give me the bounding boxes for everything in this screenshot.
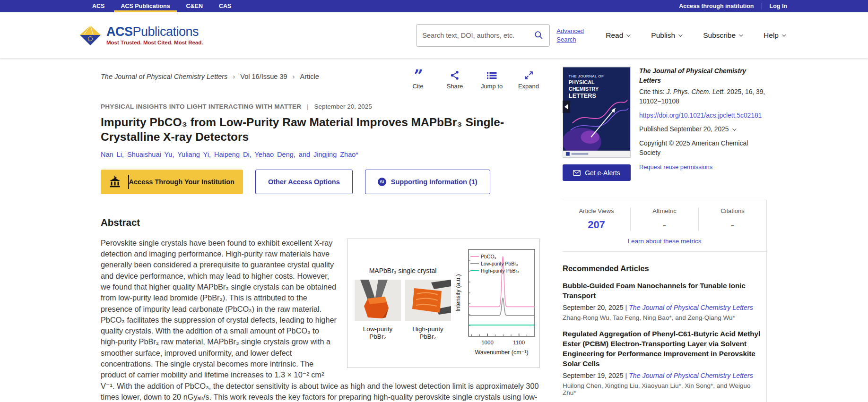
breadcrumb-separator: ›	[293, 72, 295, 80]
tab-acs[interactable]: ACS	[84, 0, 113, 12]
sidebar-lower: Article Views 207 Altmetric - Citations …	[563, 200, 767, 402]
logo-publications-text: Publications	[133, 25, 199, 39]
chevron-down-icon	[626, 33, 630, 36]
logo-tagline: Most Trusted. Most Cited. Most Read.	[106, 40, 203, 45]
jump-to-label: Jump to	[480, 83, 503, 90]
supporting-information-button[interactable]: SI Supporting Information (1)	[365, 170, 490, 194]
cite-label: Cite	[407, 83, 429, 90]
search-input[interactable]	[422, 32, 530, 39]
top-bar: ACS ACS Publications C&EN CAS Access thr…	[0, 0, 868, 12]
logo-acs-text: ACS	[106, 25, 133, 39]
access-institution-button[interactable]: Access Through Your Institution	[101, 170, 243, 194]
sidebar: THE JOURNAL OF PHYSICAL CHEMISTRY LETTER…	[563, 58, 767, 402]
nav-read[interactable]: Read	[606, 31, 629, 40]
article-views-label: Article Views	[563, 207, 630, 214]
recommended-article-journal-link[interactable]: The Journal of Physical Chemistry Letter…	[629, 304, 753, 311]
topbar-divider	[762, 3, 762, 9]
search-box	[416, 24, 550, 47]
jump-to-button[interactable]: Jump to	[480, 69, 503, 90]
article-views-value: 207	[563, 219, 630, 231]
chevron-left-icon	[564, 104, 568, 110]
recommended-article-date: September 20, 2025	[563, 304, 624, 311]
recommended-article-authors: Huilong Chen, Xingting Liu, Xiaoyuan Liu…	[563, 382, 762, 396]
tab-acs-publications[interactable]: ACS Publications	[113, 0, 178, 12]
recommended-articles-heading: Recommended Articles	[563, 264, 766, 273]
site-header: ACSPublications Most Trusted. Most Cited…	[0, 12, 868, 58]
metrics-panel: Article Views 207 Altmetric - Citations …	[563, 200, 766, 252]
expand-icon	[524, 70, 534, 80]
login-link[interactable]: Log In	[770, 3, 788, 9]
copyright-text: Copyright © 2025 American Chemical Socie…	[639, 139, 767, 158]
category-row: PHYSICAL INSIGHTS INTO LIGHT INTERACTING…	[101, 103, 540, 110]
abstract-section: Abstract MAPbBr₃ single crystal	[101, 217, 540, 402]
supporting-information-label: Supporting Information (1)	[391, 178, 477, 186]
expand-button[interactable]: Expand	[517, 69, 540, 90]
recommended-article-authors: Zhang-Rong Wu, Tao Feng, Ning Bao*, and …	[563, 314, 762, 321]
acs-publications-logo[interactable]: ACSPublications Most Trusted. Most Cited…	[79, 25, 203, 46]
main-nav: Read Publish Subscribe Help	[606, 31, 785, 40]
cite-this-prefix: Cite this:	[639, 88, 665, 95]
page-content: The Journal of Physical Chemistry Letter…	[0, 58, 868, 402]
nav-subscribe[interactable]: Subscribe	[703, 31, 742, 40]
cover-line-1: THE JOURNAL OF	[569, 74, 604, 78]
chevron-down-icon	[739, 33, 743, 36]
get-e-alerts-label: Get e-Alerts	[585, 169, 620, 177]
nav-publish-label: Publish	[651, 31, 675, 40]
nav-subscribe-label: Subscribe	[703, 31, 736, 40]
institution-building-icon	[109, 176, 121, 188]
high-purity-label: High-purity PbBr₂	[405, 325, 451, 341]
journal-cover-image[interactable]: THE JOURNAL OF PHYSICAL CHEMISTRY LETTER…	[563, 67, 631, 158]
envelope-icon	[573, 170, 581, 176]
learn-about-metrics-link[interactable]: Learn about these metrics	[563, 238, 766, 245]
recommended-article-journal-link[interactable]: The Journal of Physical Chemistry Letter…	[629, 372, 753, 379]
article-category[interactable]: PHYSICAL INSIGHTS INTO LIGHT INTERACTING…	[101, 103, 301, 110]
doi-link[interactable]: https://doi.org/10.1021/acs.jpclett.5c02…	[639, 111, 767, 120]
svg-text:High-purity PbBr₂: High-purity PbBr₂	[481, 267, 519, 273]
access-through-institution-link[interactable]: Access through institution	[679, 3, 754, 9]
tab-cen[interactable]: C&EN	[178, 0, 211, 12]
brand-tabs: ACS ACS Publications C&EN CAS	[84, 0, 239, 12]
published-line[interactable]: Published September 20, 2025	[639, 125, 767, 134]
search-icon[interactable]	[534, 30, 544, 40]
citation-line: Cite this: J. Phys. Chem. Lett. 2025, 16…	[639, 87, 767, 106]
citation-journal-title[interactable]: The Journal of Physical Chemistry Letter…	[639, 67, 767, 86]
svg-text:PbCO₃: PbCO₃	[481, 253, 496, 259]
low-purity-label: Low-purity PbBr₂	[355, 325, 401, 341]
jump-to-list-icon	[486, 71, 497, 80]
breadcrumb-journal-link[interactable]: The Journal of Physical Chemistry Letter…	[101, 73, 227, 80]
high-purity-crystal-photo	[405, 280, 451, 321]
citation-block: The Journal of Physical Chemistry Letter…	[639, 67, 767, 181]
metric-article-views: Article Views 207	[563, 207, 630, 231]
low-purity-crystal-photo	[355, 280, 401, 321]
svg-text:1100: 1100	[513, 340, 525, 345]
tab-cas[interactable]: CAS	[211, 0, 239, 12]
metric-citations: Citations -	[698, 207, 766, 231]
share-label: Share	[443, 83, 466, 90]
recommended-article-title[interactable]: Regulated Aggregation of Phenyl-C61-Buty…	[563, 329, 762, 369]
si-badge-icon: SI	[378, 178, 386, 186]
chart-xlabel: Wavenumber (cm⁻¹)	[475, 349, 528, 356]
recommended-article-title[interactable]: Bubble-Guided Foam Nanochannels for Tuna…	[563, 281, 762, 301]
breadcrumb-issue-link[interactable]: Vol 16/Issue 39	[240, 73, 287, 80]
nav-publish[interactable]: Publish	[651, 31, 681, 40]
advanced-search-link[interactable]: Advanced Search	[556, 27, 590, 43]
request-reuse-permissions-link[interactable]: Request reuse permissions	[639, 163, 712, 172]
nav-help[interactable]: Help	[764, 31, 785, 40]
abstract-graphic-figure[interactable]: MAPbBr₃ single crystal	[347, 239, 540, 368]
main-column: The Journal of Physical Chemistry Letter…	[101, 58, 540, 402]
logo-text: ACSPublications	[106, 26, 203, 38]
author-list[interactable]: Nan Li, Shuaishuai Yu, Yuliang Yi, Haipe…	[101, 151, 540, 158]
breadcrumb: The Journal of Physical Chemistry Letter…	[101, 69, 319, 80]
category-separator: |	[307, 103, 309, 110]
cover-prev-button[interactable]	[563, 101, 570, 113]
get-e-alerts-button[interactable]: Get e-Alerts	[563, 164, 631, 181]
recommended-article: Regulated Aggregation of Phenyl-C61-Buty…	[563, 329, 766, 396]
cite-button[interactable]: ” Cite	[407, 69, 429, 90]
breadcrumb-article: Article	[300, 73, 319, 80]
altmetric-label: Altmetric	[631, 207, 698, 214]
share-button[interactable]: Share	[443, 69, 466, 90]
other-access-options-button[interactable]: Other Access Options	[255, 170, 353, 194]
access-buttons-row: Access Through Your Institution Other Ac…	[101, 170, 540, 194]
recommended-article-date: September 19, 2025	[563, 372, 624, 379]
meta-separator: |	[625, 304, 627, 311]
